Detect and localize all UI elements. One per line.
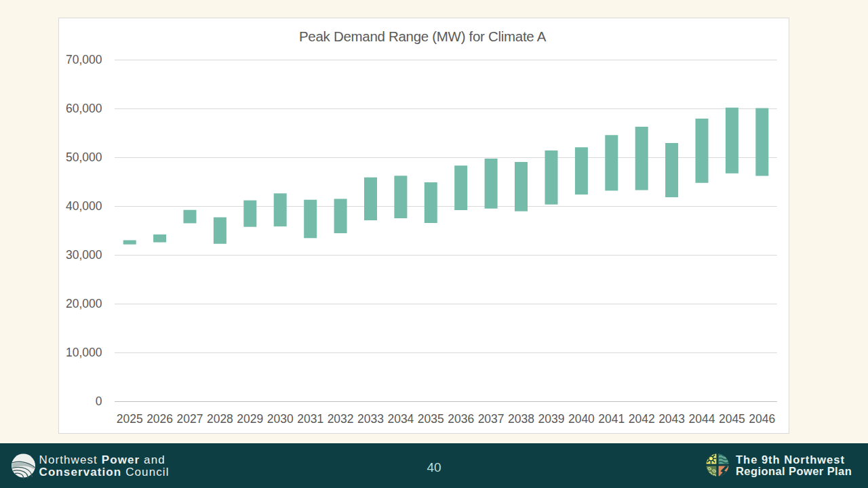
svg-text:2044: 2044 <box>689 412 715 426</box>
svg-text:2027: 2027 <box>177 412 203 426</box>
svg-text:2028: 2028 <box>207 412 233 426</box>
svg-text:60,000: 60,000 <box>66 102 102 115</box>
svg-text:2033: 2033 <box>357 412 384 426</box>
svg-text:2041: 2041 <box>598 412 625 426</box>
svg-text:2029: 2029 <box>237 412 263 426</box>
svg-text:2026: 2026 <box>146 412 173 426</box>
svg-text:50,000: 50,000 <box>66 150 102 164</box>
svg-text:2036: 2036 <box>448 412 474 426</box>
svg-text:2043: 2043 <box>658 412 685 426</box>
svg-text:The 9th Northwest: The 9th Northwest <box>736 453 845 466</box>
svg-text:2046: 2046 <box>749 412 775 426</box>
svg-text:0: 0 <box>96 394 102 408</box>
svg-text:20,000: 20,000 <box>66 297 102 310</box>
svg-text:2042: 2042 <box>629 412 655 426</box>
svg-text:2039: 2039 <box>538 412 565 426</box>
svg-text:Northwest Power and: Northwest Power and <box>39 453 165 466</box>
svg-text:2031: 2031 <box>297 412 323 426</box>
svg-text:2037: 2037 <box>478 412 505 426</box>
svg-text:2025: 2025 <box>117 412 143 426</box>
svg-text:2035: 2035 <box>418 412 444 426</box>
svg-text:Peak Demand Range (MW) for Cli: Peak Demand Range (MW) for Climate A <box>299 28 547 44</box>
svg-text:2032: 2032 <box>328 412 354 426</box>
svg-text:40: 40 <box>427 460 441 474</box>
svg-text:40,000: 40,000 <box>66 199 102 213</box>
svg-text:Conservation Council: Conservation Council <box>39 466 170 479</box>
svg-text:10,000: 10,000 <box>66 346 102 359</box>
svg-text:2040: 2040 <box>568 412 595 426</box>
svg-text:Regional Power Plan: Regional Power Plan <box>736 465 852 477</box>
svg-text:2034: 2034 <box>387 412 414 426</box>
svg-text:2030: 2030 <box>267 412 294 426</box>
svg-text:70,000: 70,000 <box>66 53 102 66</box>
svg-text:2045: 2045 <box>719 412 745 426</box>
svg-text:30,000: 30,000 <box>66 248 102 262</box>
svg-text:2038: 2038 <box>508 412 534 426</box>
